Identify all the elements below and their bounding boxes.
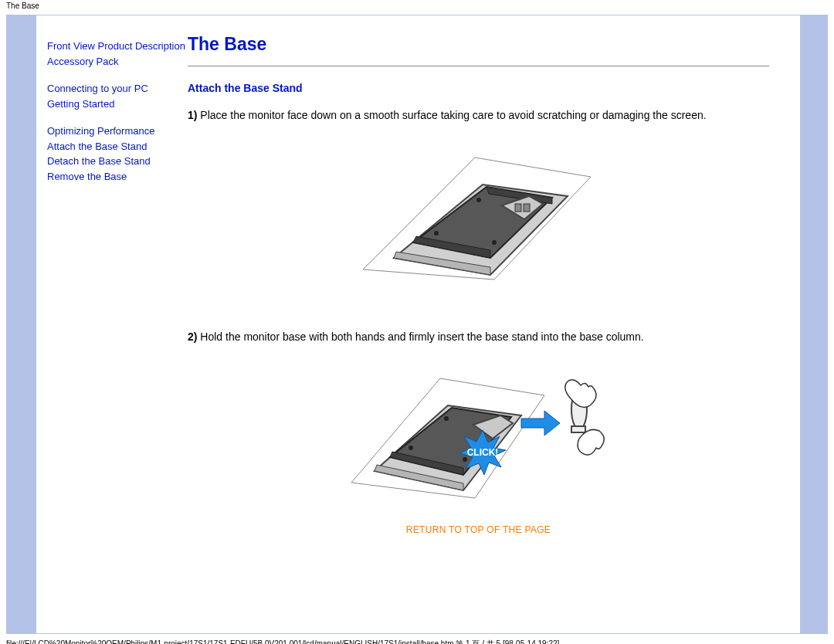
nav-connecting-pc[interactable]: Connecting to your PC [47, 83, 148, 94]
step-1-text: Place the monitor face down on a smooth … [200, 109, 706, 121]
section-title: Attach the Base Stand [188, 82, 769, 94]
page-title: The Base [188, 34, 769, 55]
step-1: 1) Place the monitor face down on a smoo… [188, 108, 769, 124]
nav-remove-base[interactable]: Remove the Base [47, 171, 127, 182]
content-wrap: Front View Product Description Accessory… [36, 15, 800, 633]
header-label: The Base [0, 0, 834, 12]
step-2-text: Hold the monitor base with both hands an… [200, 330, 643, 343]
svg-point-6 [434, 231, 439, 236]
step-1-num: 1) [188, 109, 197, 121]
attach-base-illustration: CLICK! [348, 363, 610, 506]
illustration-2: CLICK! [188, 363, 769, 508]
illustration-1 [188, 142, 769, 283]
nav-attach-base-stand[interactable]: Attach the Base Stand [47, 141, 147, 152]
svg-point-9 [492, 240, 497, 245]
nav-getting-started[interactable]: Getting Started [47, 98, 114, 110]
nav-accessory-pack[interactable]: Accessory Pack [47, 56, 118, 67]
step-2: 2) Hold the monitor base with both hands… [188, 330, 769, 345]
title-rule [188, 66, 769, 66]
sidebar-nav: Front View Product Description Accessory… [47, 34, 188, 625]
svg-rect-11 [515, 204, 521, 212]
click-label: CLICK! [466, 447, 498, 458]
svg-rect-25 [571, 426, 585, 432]
svg-point-7 [476, 198, 481, 202]
return-to-top: RETURN TO TOP OF THE PAGE [188, 524, 769, 535]
nav-front-view[interactable]: Front View Product Description [47, 40, 185, 52]
nav-optimizing-performance[interactable]: Optimizing Performance [47, 125, 154, 137]
nav-detach-base-stand[interactable]: Detach the Base Stand [47, 155, 151, 167]
right-decorative-rail [800, 15, 827, 633]
svg-point-18 [409, 446, 413, 450]
step-2-num: 2) [188, 330, 197, 343]
page-frame: Front View Product Description Accessory… [6, 15, 828, 634]
left-decorative-rail [7, 15, 36, 633]
monitor-facedown-illustration [359, 142, 598, 281]
svg-rect-12 [524, 204, 530, 212]
svg-point-19 [444, 416, 449, 421]
return-to-top-link[interactable]: RETURN TO TOP OF THE PAGE [406, 524, 551, 535]
footer-file-path: file:///E|/LCD%20Monitor%20OEM/Philips/M… [0, 637, 834, 644]
main-content: The Base Attach the Base Stand 1) Place … [188, 34, 792, 625]
